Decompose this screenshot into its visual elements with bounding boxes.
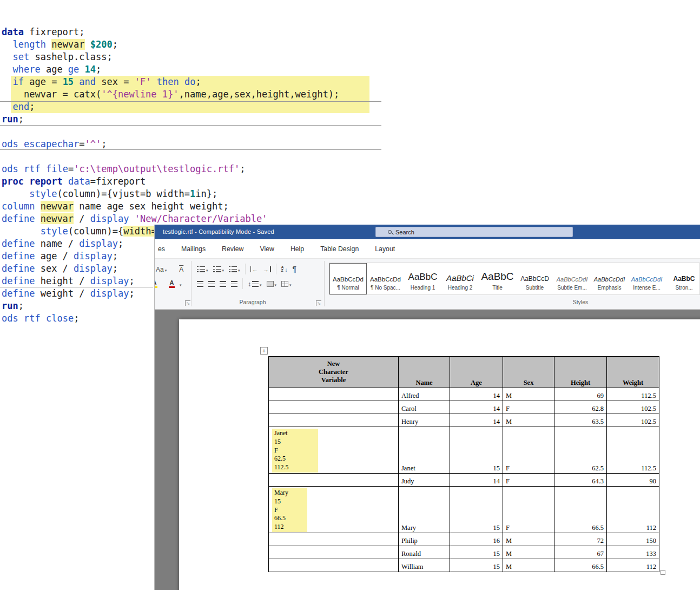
cell-newvar: [269, 388, 399, 401]
style-label: Heading 2: [442, 285, 478, 291]
show-paragraph-marks-button[interactable]: [293, 265, 297, 273]
table-row: Judy14F64.390: [269, 473, 659, 486]
style-item[interactable]: AaBbCiHeading 2: [441, 263, 479, 294]
cell-sex: M: [503, 546, 554, 559]
highlighted-newvar-value: Janet15F62.5112.5: [272, 429, 318, 473]
align-right-button[interactable]: [220, 281, 226, 287]
cell-age: 14: [450, 388, 503, 401]
table-row: William15M66.5112: [269, 559, 659, 572]
style-item[interactable]: AaBbCHeading 1: [404, 263, 441, 294]
style-item[interactable]: AaBbCcDSubtitle: [516, 263, 553, 294]
style-item[interactable]: AaBbCcDdIIntense E...: [628, 263, 665, 294]
cell-name: Alfred: [399, 388, 450, 401]
cell-weight: 112: [607, 559, 659, 572]
line-spacing-button[interactable]: [248, 279, 262, 289]
style-label: Emphasis: [591, 285, 628, 291]
ribbon-tab[interactable]: Table Design: [320, 245, 359, 253]
style-item[interactable]: AaBbCcDd¶ No Spac...: [367, 263, 404, 294]
style-item[interactable]: AaBbCcDd¶ Normal: [329, 263, 367, 294]
cell-age: 14: [450, 414, 503, 427]
text-highlight-color-button[interactable]: [154, 279, 157, 288]
character-accent-button[interactable]: [179, 264, 183, 274]
increase-indent-button[interactable]: [263, 264, 271, 274]
mini-divider: [276, 264, 276, 274]
font-group-row2: [154, 278, 182, 289]
code-line: style(column)={vjust=b width=1in};: [2, 188, 700, 200]
highlighted-newvar-value: Mary15F66.5112: [272, 488, 307, 532]
header-line: Character: [272, 368, 395, 376]
cell-weight: 112: [607, 486, 659, 533]
justify-button[interactable]: [231, 281, 237, 287]
shading-button[interactable]: [267, 279, 277, 289]
table-row: Philip16M72150: [269, 533, 659, 546]
paragraph-dialog-launcher-icon[interactable]: [316, 300, 321, 306]
cell-height: 64.3: [554, 473, 607, 486]
styles-group-label: Styles: [329, 299, 700, 305]
cell-weight: 102.5: [607, 414, 659, 427]
column-header-weight: Weight: [607, 357, 659, 388]
cell-sex: F: [503, 427, 554, 474]
table-move-handle[interactable]: +: [260, 347, 268, 355]
table-header-row: New Character Variable Name Age Sex Heig…: [269, 357, 659, 388]
ribbon-tab[interactable]: View: [260, 245, 274, 253]
cell-newvar: [269, 546, 399, 559]
change-case-button[interactable]: [156, 264, 167, 274]
ribbon-tab[interactable]: Review: [222, 245, 243, 253]
multilevel-list-button[interactable]: [229, 264, 240, 274]
styles-gallery: AaBbCcDd¶ NormalAaBbCcDd¶ No Spac...AaBb…: [329, 263, 700, 295]
numbered-list-button[interactable]: [213, 264, 224, 274]
style-sample: AaBbCcD: [517, 265, 553, 283]
cell-weight: 133: [607, 546, 659, 559]
cell-height: 62.5: [554, 427, 607, 474]
ribbon-tab[interactable]: es: [158, 245, 165, 253]
sort-button[interactable]: AZ: [281, 264, 288, 274]
style-item[interactable]: AaBbCcDdIEmphasis: [591, 263, 628, 294]
header-line: New: [272, 360, 395, 368]
ribbon: AZ Paragraph AaBbCcDd¶ NormalAaBbCcDd¶ N…: [155, 259, 700, 310]
font-dialog-launcher-icon[interactable]: [185, 300, 190, 306]
style-sample: AaBbCcDd: [330, 265, 366, 283]
decrease-indent-button[interactable]: [250, 264, 259, 274]
cell-sex: M: [503, 414, 554, 427]
ribbon-tab[interactable]: Help: [290, 245, 304, 253]
code-line: if age = 15 and sex = 'F' then do;: [2, 76, 700, 88]
search-box[interactable]: Search: [375, 227, 573, 237]
align-left-button[interactable]: [197, 281, 203, 287]
document-area[interactable]: + New Character Variable N: [155, 310, 700, 590]
cell-weight: 90: [607, 473, 659, 486]
group-divider: [324, 261, 325, 306]
cell-height: 62.8: [554, 401, 607, 414]
cell-sex: M: [503, 388, 554, 401]
style-sample: AaBbCcDdI: [629, 265, 665, 283]
document-page[interactable]: + New Character Variable N: [179, 319, 700, 590]
column-header-age: Age: [450, 357, 503, 388]
cell-weight: 112.5: [607, 427, 659, 474]
cell-age: 15: [450, 486, 503, 533]
style-item[interactable]: AaBbCTitle: [479, 263, 516, 294]
table-row: Alfred14M69112.5: [269, 388, 659, 401]
style-sample: AaBbCcDd: [367, 265, 404, 283]
font-color-caret-icon[interactable]: [180, 279, 182, 289]
cell-newvar: [269, 401, 399, 414]
borders-button[interactable]: [281, 279, 292, 289]
cell-newvar: Janet15F62.5112.5: [269, 427, 399, 474]
font-color-button[interactable]: [169, 279, 175, 288]
cell-age: 15: [450, 546, 503, 559]
cell-height: 72: [554, 533, 607, 546]
cell-sex: F: [503, 486, 554, 533]
style-item[interactable]: AaBbCcDdISubtle Em...: [553, 263, 591, 294]
ribbon-tab[interactable]: Mailings: [181, 245, 206, 253]
word-window: testlogic.rtf - Compatibility Mode - Sav…: [154, 225, 700, 590]
group-divider: [191, 261, 191, 306]
cell-height: 63.5: [554, 414, 607, 427]
cell-height: 66.5: [554, 486, 607, 533]
table-row: Janet15F62.5112.5Janet15F62.5112.5: [269, 427, 659, 474]
code-separator-line: [0, 125, 381, 126]
table-resize-handle[interactable]: [661, 570, 665, 575]
ribbon-tab[interactable]: Layout: [375, 245, 395, 253]
cell-name: Ronald: [399, 546, 450, 559]
style-item[interactable]: AaBbCStron...: [665, 263, 700, 294]
column-header-sex: Sex: [503, 357, 554, 388]
align-center-button[interactable]: [208, 281, 215, 287]
bullet-list-button[interactable]: [197, 264, 208, 274]
